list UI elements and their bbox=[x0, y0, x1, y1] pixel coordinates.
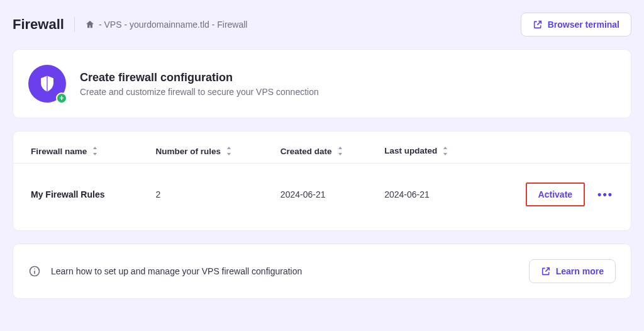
create-subtitle: Create and customize firewall to secure … bbox=[80, 87, 319, 97]
row-actions: Activate ••• bbox=[489, 182, 613, 206]
header-left: Firewall - VPS - yourdomainname.tld - Fi… bbox=[13, 16, 247, 33]
sort-icon bbox=[92, 147, 98, 155]
col-label-updated: Last updated bbox=[384, 145, 437, 157]
external-link-icon bbox=[533, 20, 543, 30]
create-text: Create firewall configuration Create and… bbox=[80, 71, 319, 97]
svg-point-2 bbox=[34, 269, 35, 270]
info-icon bbox=[28, 265, 41, 278]
info-left: Learn how to set up and manage your VPS … bbox=[28, 265, 302, 278]
divider bbox=[74, 17, 75, 32]
col-label-created: Created date bbox=[280, 147, 332, 156]
cell-created: 2024-06-21 bbox=[280, 189, 384, 199]
info-text: Learn how to set up and manage your VPS … bbox=[51, 266, 302, 276]
cell-rules: 2 bbox=[155, 189, 280, 199]
column-number-of-rules[interactable]: Number of rules bbox=[155, 145, 280, 157]
external-link-icon bbox=[541, 266, 551, 276]
shield-icon bbox=[38, 74, 57, 93]
create-title: Create firewall configuration bbox=[80, 71, 319, 84]
table-row: My Firewall Rules 2 2024-06-21 2024-06-2… bbox=[13, 164, 631, 230]
sort-icon bbox=[442, 147, 448, 155]
more-options-icon[interactable]: ••• bbox=[597, 188, 613, 201]
activate-button[interactable]: Activate bbox=[526, 182, 585, 206]
learn-more-button[interactable]: Learn more bbox=[529, 259, 616, 283]
create-row: + Create firewall configuration Create a… bbox=[28, 65, 616, 103]
col-label-rules: Number of rules bbox=[155, 147, 221, 156]
home-icon bbox=[85, 20, 95, 30]
sort-icon bbox=[337, 147, 343, 155]
column-actions bbox=[489, 145, 613, 157]
column-created-date[interactable]: Created date bbox=[280, 145, 384, 157]
browser-terminal-button[interactable]: Browser terminal bbox=[521, 13, 631, 36]
cell-updated: 2024-06-21 bbox=[384, 189, 488, 199]
table-header: Firewall name Number of rules Created da… bbox=[13, 132, 631, 164]
sort-icon bbox=[226, 147, 232, 155]
firewall-table-card: Firewall name Number of rules Created da… bbox=[13, 131, 631, 231]
col-label-name: Firewall name bbox=[31, 147, 87, 156]
cell-name: My Firewall Rules bbox=[31, 189, 155, 199]
create-config-card[interactable]: + Create firewall configuration Create a… bbox=[13, 49, 631, 118]
page-title: Firewall bbox=[13, 16, 64, 33]
breadcrumb-text: - VPS - yourdomainname.tld - Firewall bbox=[99, 20, 248, 30]
breadcrumb[interactable]: - VPS - yourdomainname.tld - Firewall bbox=[85, 20, 248, 30]
browser-terminal-label: Browser terminal bbox=[548, 20, 619, 30]
plus-badge-icon: + bbox=[56, 93, 67, 104]
column-last-updated[interactable]: Last updated bbox=[384, 145, 460, 157]
shield-badge: + bbox=[28, 65, 66, 103]
info-card: Learn how to set up and manage your VPS … bbox=[13, 244, 631, 299]
column-firewall-name[interactable]: Firewall name bbox=[31, 145, 155, 157]
learn-more-label: Learn more bbox=[556, 266, 604, 276]
page-header: Firewall - VPS - yourdomainname.tld - Fi… bbox=[13, 13, 631, 36]
